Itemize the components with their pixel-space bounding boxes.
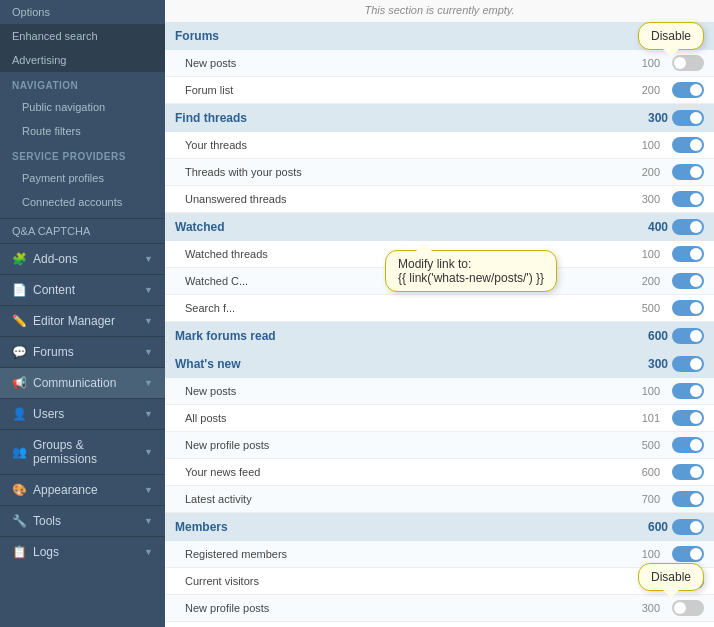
sidebar-public-navigation[interactable]: Public navigation [0,95,165,119]
whats-new-title: What's new [175,357,241,371]
toggle-registered[interactable] [672,546,704,562]
table-row: New posts 100 [165,378,714,405]
members-toggle[interactable] [672,519,704,535]
sidebar-options[interactable]: Options [0,0,165,24]
chevron-icon: ▼ [144,409,153,419]
sidebar-editor-manager[interactable]: ✏️ Editor Manager ▼ [0,305,165,336]
sidebar-advertising[interactable]: Advertising [0,48,165,72]
toggle-whats-new-posts[interactable] [672,383,704,399]
navigation-section-label: Navigation [0,72,165,95]
sidebar-tools[interactable]: 🔧 Tools ▼ [0,505,165,536]
sidebar-content[interactable]: 📄 Content ▼ [0,274,165,305]
toggle-new-profile-posts[interactable] [672,437,704,453]
watched-title: Watched [175,220,225,234]
forums-icon: 💬 [12,345,27,359]
groups-icon: 👥 [12,445,27,459]
section-mark-forums: Mark forums read 600 [165,322,714,350]
section-find-threads: Find threads 300 [165,104,714,132]
chevron-icon: ▼ [144,547,153,557]
sidebar-groups[interactable]: 👥 Groups & permissions ▼ [0,429,165,474]
table-row: Unanswered threads 300 [165,186,714,213]
section-watched: Watched 400 [165,213,714,241]
sidebar-top: Options Enhanced search Advertising [0,0,165,72]
toggle-all-posts[interactable] [672,410,704,426]
puzzle-icon: 🧩 [12,252,27,266]
forums-title: Forums [175,29,219,43]
table-row: New posts 100 [165,50,714,77]
sidebar-enhanced-search[interactable]: Enhanced search [0,24,165,48]
table-row: New profile posts 500 [165,432,714,459]
editor-icon: ✏️ [12,314,27,328]
section-members: Members 600 [165,513,714,541]
table-row: Forum list 200 [165,77,714,104]
logs-icon: 📋 [12,545,27,559]
appearance-icon: 🎨 [12,483,27,497]
toggle-latest-activity[interactable] [672,491,704,507]
table-row: All posts 101 [165,405,714,432]
content-icon: 📄 [12,283,27,297]
chevron-icon: ▼ [144,285,153,295]
chevron-icon: ▼ [144,254,153,264]
chevron-icon: ▼ [144,516,153,526]
toggle-unanswered[interactable] [672,191,704,207]
members-title: Members [175,520,228,534]
chevron-icon: ▼ [144,316,153,326]
toggle-watched-c[interactable] [672,273,704,289]
table-row: Your news feed 600 [165,459,714,486]
toggle-threads-with-posts[interactable] [672,164,704,180]
tooltip-disable-2[interactable]: Disable [638,563,704,591]
sidebar-communication[interactable]: 📢 Communication ▼ [0,367,165,398]
sidebar: Options Enhanced search Advertising Navi… [0,0,165,627]
sidebar-route-filters[interactable]: Route filters [0,119,165,143]
sidebar-addons[interactable]: 🧩 Add-ons ▼ [0,243,165,274]
whats-new-toggle[interactable] [672,356,704,372]
sidebar-appearance[interactable]: 🎨 Appearance ▼ [0,474,165,505]
sidebar-forums[interactable]: 💬 Forums ▼ [0,336,165,367]
chevron-icon: ▼ [144,485,153,495]
main-content: This section is currently empty. Disable… [165,0,714,627]
table-row: Latest activity 700 [165,486,714,513]
toggle-search-f[interactable] [672,300,704,316]
table-row: Search f... 500 [165,295,714,322]
find-threads-toggle[interactable] [672,110,704,126]
table-row: Your threads 100 [165,132,714,159]
section-forums: Forums 200 [165,22,714,50]
empty-notice: This section is currently empty. [165,0,714,22]
table-row: Registered members 100 [165,541,714,568]
sidebar-logs[interactable]: 📋 Logs ▼ [0,536,165,567]
tools-icon: 🔧 [12,514,27,528]
toggle-forum-list[interactable] [672,82,704,98]
sidebar-connected-accounts[interactable]: Connected accounts [0,190,165,214]
tooltip-disable-1[interactable]: Disable [638,22,704,50]
section-whats-new: What's new 300 [165,350,714,378]
chevron-icon: ▼ [144,347,153,357]
toggle-your-threads[interactable] [672,137,704,153]
find-threads-title: Find threads [175,111,247,125]
table-row: New profile posts 300 [165,595,714,622]
table-row: Current visitors 200 [165,568,714,595]
toggle-watched-threads[interactable] [672,246,704,262]
mark-forums-title: Mark forums read [175,329,276,343]
users-icon: 👤 [12,407,27,421]
chevron-icon: ▼ [144,447,153,457]
chevron-icon: ▼ [144,378,153,388]
sidebar-users[interactable]: 👤 Users ▼ [0,398,165,429]
watched-toggle[interactable] [672,219,704,235]
service-providers-label: Service providers [0,143,165,166]
toggle-news-feed[interactable] [672,464,704,480]
table-row: Threads with your posts 200 [165,159,714,186]
sidebar-captcha[interactable]: Q&A CAPTCHA [0,218,165,243]
table-row: Search profile posts 400 [165,622,714,627]
tooltip-modify: Modify link to:{{ link('whats-new/posts/… [385,250,557,292]
sidebar-payment-profiles[interactable]: Payment profiles [0,166,165,190]
communication-icon: 📢 [12,376,27,390]
mark-forums-toggle[interactable] [672,328,704,344]
main-wrapper: This section is currently empty. Disable… [165,0,714,627]
